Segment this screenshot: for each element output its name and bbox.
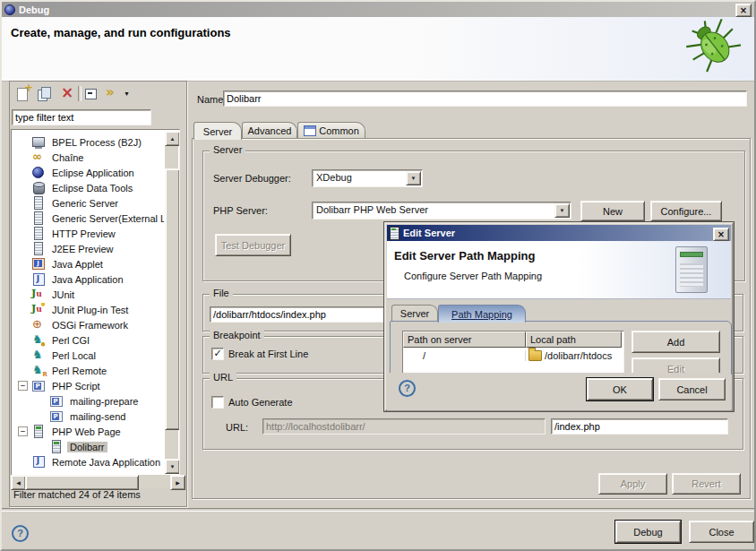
tree-item[interactable]: Perl Remote	[12, 363, 164, 378]
launch-config-sidebar: BPEL Process (B2J)ChaîneEclipse Applicat…	[9, 81, 187, 507]
tree-item[interactable]: Java Applet	[12, 256, 164, 271]
tree-item-label: Generic Server(External La	[49, 213, 164, 224]
dialog-titlebar[interactable]: Edit Server ×	[387, 225, 731, 241]
tree-item[interactable]: Remote Java Application	[12, 454, 164, 469]
tree-item[interactable]: HTTP Preview	[12, 226, 164, 241]
revert-button[interactable]: Revert	[672, 473, 741, 495]
tree-item[interactable]: −PHP Script	[12, 378, 164, 393]
scroll-down-icon[interactable]: ▼	[165, 459, 180, 474]
dialog-tab-path-mapping[interactable]: Path Mapping	[438, 305, 526, 323]
tree-item[interactable]: −PHP Web Page	[12, 424, 164, 439]
url-group-title: URL	[210, 372, 236, 383]
tree-item[interactable]: J2EE Preview	[12, 241, 164, 256]
new-server-button[interactable]: New	[580, 201, 645, 221]
column-local-path[interactable]: Local path	[526, 331, 622, 348]
scroll-left-icon[interactable]: ◀	[11, 475, 26, 490]
tree-item[interactable]: mailing-prepare	[12, 393, 164, 409]
name-label: Name:	[197, 94, 226, 105]
duplicate-launch-config-icon[interactable]	[36, 86, 54, 102]
bpel-icon	[31, 135, 46, 149]
tree-item[interactable]: BPEL Process (B2J)	[12, 134, 164, 150]
scroll-up-icon[interactable]: ▲	[165, 131, 180, 146]
toolbar-separator	[78, 86, 82, 101]
tree-item-label: Java Application	[49, 274, 126, 285]
chevron-down-icon[interactable]: ▼	[554, 203, 570, 218]
tree-item[interactable]: JUnit Plug-in Test	[12, 302, 164, 317]
filter-launch-configs-icon[interactable]	[103, 86, 121, 102]
collapse-all-icon[interactable]	[82, 86, 100, 102]
tree-horizontal-scrollbar[interactable]: ◀ ▶	[11, 475, 185, 488]
apply-button[interactable]: Apply	[598, 473, 667, 495]
tab-advanced[interactable]: Advanced	[242, 122, 297, 139]
scroll-thumb[interactable]	[165, 168, 180, 430]
dialog-help-icon[interactable]: ?	[399, 380, 416, 397]
tree-item[interactable]: Dolibarr	[12, 439, 164, 454]
menu-caret-icon[interactable]	[121, 86, 139, 102]
break-first-line-checkbox[interactable]: ✓	[211, 348, 224, 360]
junit-plugin-icon	[31, 303, 46, 316]
server-debugger-select[interactable]: XDebug ▼	[312, 169, 423, 187]
help-icon[interactable]: ?	[12, 525, 29, 542]
tree-item[interactable]: Perl Local	[12, 348, 164, 363]
local-path-cell: /dolibarr/htdocs	[526, 350, 622, 361]
tree-item-label: BPEL Process (B2J)	[49, 137, 144, 148]
tree-item-label: Perl Local	[49, 350, 99, 361]
server-group-title: Server	[210, 144, 245, 155]
tree-item[interactable]: OSGi Framework	[12, 317, 164, 332]
eclipse-icon	[31, 166, 46, 179]
tree-item-label: Chaîne	[49, 152, 86, 163]
tree-item[interactable]: Java Application	[12, 271, 164, 287]
folder-icon	[528, 350, 542, 361]
chevron-down-icon[interactable]: ▼	[406, 171, 421, 185]
filter-input[interactable]	[12, 109, 151, 125]
perl-icon	[31, 349, 46, 362]
close-button[interactable]: Close	[689, 521, 754, 543]
tree-expander-icon[interactable]: −	[18, 426, 28, 436]
url-path-input[interactable]	[551, 418, 728, 435]
tab-common[interactable]: Common	[297, 122, 365, 139]
dialog-close-icon[interactable]: ×	[713, 228, 729, 241]
php-web-icon	[31, 425, 46, 438]
url-base-input	[262, 418, 546, 435]
php-server-select[interactable]: Dolibarr PHP Web Server ▼	[312, 202, 571, 220]
tree-vertical-scrollbar[interactable]: ▲ ▼	[165, 131, 178, 474]
dialog-heading: Edit Server Path Mapping	[394, 249, 535, 263]
tree-item[interactable]: Perl CGI	[12, 332, 164, 348]
tree-item-label: Remote Java Application	[49, 457, 163, 468]
column-path-on-server[interactable]: Path on server	[403, 331, 526, 348]
mapping-table-header: Path on server Local path	[403, 331, 623, 348]
tree-item[interactable]: Generic Server	[12, 195, 164, 211]
cancel-button[interactable]: Cancel	[658, 378, 726, 400]
tree-expander-icon[interactable]: −	[18, 381, 28, 391]
auto-generate-checkbox[interactable]	[211, 396, 224, 409]
tree-item[interactable]: Generic Server(External La	[12, 211, 164, 226]
configure-server-button[interactable]: Configure...	[650, 201, 722, 221]
server-icon	[31, 242, 46, 255]
tree-item[interactable]: JUnit	[12, 287, 164, 302]
close-icon[interactable]: ×	[735, 4, 752, 17]
scroll-right-icon[interactable]: ▶	[170, 475, 185, 490]
new-launch-config-icon[interactable]	[14, 86, 32, 102]
tree-item-label: mailing-send	[67, 411, 128, 422]
mapping-row[interactable]: //dolibarr/htdocs	[403, 348, 623, 364]
dialog-tab-server[interactable]: Server	[391, 305, 438, 322]
dialog-title: Edit Server	[403, 228, 455, 238]
window-titlebar[interactable]: Debug ×	[2, 2, 754, 17]
tree-item[interactable]: Eclipse Application	[12, 165, 164, 180]
tree-item-label: Generic Server	[49, 198, 121, 209]
debug-button[interactable]: Debug	[615, 521, 681, 543]
tree-item[interactable]: Chaîne	[12, 150, 164, 165]
scroll-thumb[interactable]	[25, 475, 139, 490]
server-icon	[31, 196, 46, 210]
tree-item[interactable]: Eclipse Data Tools	[12, 180, 164, 195]
tree-item[interactable]: mailing-send	[12, 409, 164, 424]
tab-server[interactable]: Server	[193, 122, 242, 140]
tree-item-label: Perl CGI	[49, 335, 92, 346]
test-debugger-button[interactable]: Test Debugger	[215, 234, 291, 256]
tree-item-label: OSGi Framework	[49, 320, 131, 331]
break-first-line-label: Break at First Line	[228, 349, 308, 359]
config-name-input[interactable]	[223, 90, 747, 107]
ok-button[interactable]: OK	[587, 378, 653, 400]
delete-launch-config-icon[interactable]	[57, 86, 75, 102]
add-mapping-button[interactable]: Add	[631, 331, 720, 353]
